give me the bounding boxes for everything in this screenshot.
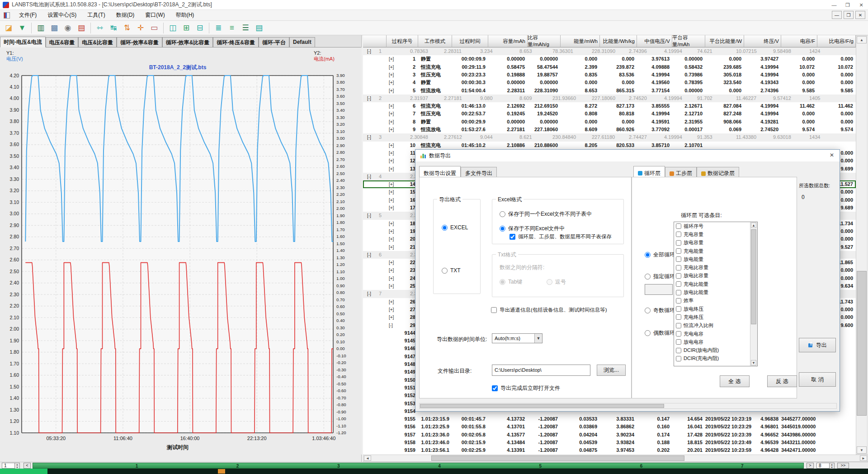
zoom-x-icon[interactable]: ⇿ xyxy=(94,22,106,34)
list-item-checkbox[interactable]: 充电比容量 xyxy=(674,263,757,271)
menu-item-3[interactable]: 工具(T) xyxy=(82,10,110,19)
collapse-icon[interactable]: [-] xyxy=(367,251,371,259)
mdi-restore-icon[interactable]: ❐ xyxy=(844,11,854,19)
table-group-row[interactable]: [-]32.308482.276129.0448.621230.84840227… xyxy=(363,133,856,141)
odd-cycles-radio[interactable]: 奇数循环 xyxy=(645,307,675,314)
list-item-checkbox[interactable]: 充电容量 xyxy=(674,230,757,238)
invert-selection-button[interactable]: 反 选 xyxy=(767,375,797,387)
table-row[interactable]: 91581.01:23:46.000:02:15.94.13484-1.2008… xyxy=(363,439,856,446)
prev-page-button[interactable]: < xyxy=(24,463,31,469)
list-scrollbar[interactable]: ▲ ▼ xyxy=(750,222,757,366)
list-item-checkbox[interactable]: 循环序号 xyxy=(674,222,757,230)
next-page-button[interactable]: > xyxy=(807,463,814,469)
table-row[interactable]: [+]3恒压充电00:23:23.30.1988819.887570.83583… xyxy=(363,71,856,79)
column-header-7[interactable]: 比能量/Wh/kg xyxy=(600,35,637,47)
table-row[interactable]: [+]1静置00:00:09.90.000000.000000.0000.000… xyxy=(363,55,856,63)
list-scroll-down-icon[interactable]: ▼ xyxy=(751,360,756,365)
menu-item-4[interactable]: 数据(D) xyxy=(111,10,140,19)
table-group-row[interactable]: [-]22.319372.271819.0808.609231.93660227… xyxy=(363,95,856,102)
collapse-icon[interactable]: [-] xyxy=(367,290,371,298)
chart-tab-4[interactable]: 循环-效率&容量 xyxy=(117,37,162,47)
excel-export-icon[interactable]: ▥ xyxy=(34,22,47,34)
select-box-icon[interactable]: ▭ xyxy=(148,22,160,34)
list-item-checkbox[interactable]: 放电能量 xyxy=(674,255,757,263)
minimize-button[interactable]: — xyxy=(827,0,841,10)
table-row[interactable]: [+]10恒流充电01:45:10.22.10886210.886008.205… xyxy=(363,142,856,149)
layer-tab-1[interactable]: 循环层 xyxy=(633,166,665,178)
table-group-row[interactable]: [-]10.783632.283113.2348.65378.36301228.… xyxy=(363,47,856,55)
open-file-icon[interactable]: ◪ xyxy=(2,22,15,34)
list-item-checkbox[interactable]: 恒流冲入比例 xyxy=(674,322,757,330)
channel-list-icon[interactable]: ≣ xyxy=(212,22,225,34)
chart-tab-6[interactable]: 循环-终压&容量 xyxy=(213,37,259,47)
table-row[interactable]: [+]5恒流放电01:54:00.42.28311228.310908.6538… xyxy=(363,87,856,95)
list-item-checkbox[interactable]: 放电容量 xyxy=(674,239,757,247)
chevron-down-icon[interactable]: ▼ xyxy=(534,334,542,343)
same-file-radio[interactable]: 保存于同一个Excel文件不同子表中 xyxy=(500,210,592,218)
list-item-checkbox[interactable]: 效率 xyxy=(674,297,757,305)
collapse-icon[interactable]: [-] xyxy=(367,133,371,141)
menu-item-5[interactable]: 窗口(W) xyxy=(140,10,170,19)
chart-edit-icon[interactable]: ◉ xyxy=(61,22,74,34)
cancel-button[interactable]: 取 消 xyxy=(799,372,836,387)
table-row[interactable]: 91591.01:23:56.100:02:25.94.13391-1.2008… xyxy=(363,446,856,454)
open-after-checkbox[interactable]: 导出完成后立即打开文件 xyxy=(492,384,560,392)
column-header-9[interactable]: 平台容量/mAh xyxy=(672,35,705,47)
column-header-6[interactable]: 能量/mWh xyxy=(561,35,600,47)
table-row[interactable]: 91561.01:23:25.900:01:55.84.13701-1.2008… xyxy=(363,423,856,431)
table-row[interactable]: 91571.01:23:36.000:02:05.84.13577-1.2008… xyxy=(363,431,856,439)
channel-table-icon[interactable]: ▤ xyxy=(253,22,265,34)
scroll-right-icon[interactable]: ► xyxy=(860,455,867,461)
diff-file-radio[interactable]: 保存于不同Excel文件中 xyxy=(500,225,565,232)
table-vscrollbar[interactable]: ▲ ▼ xyxy=(856,35,868,455)
list-item-checkbox[interactable]: DCIR(充电内阻) xyxy=(674,355,757,363)
report-icon[interactable]: ▤ xyxy=(75,22,88,34)
menu-item-2[interactable]: 设置中心(S) xyxy=(42,10,82,19)
layer-tab-2[interactable]: 工步层 xyxy=(665,167,697,178)
column-header-10[interactable]: 平台比能量/W xyxy=(705,35,744,47)
table-row[interactable]: [+]7恒压充电00:22:53.70.1924519.245200.80880… xyxy=(363,110,856,118)
scroll-up-icon[interactable]: ▲ xyxy=(857,36,867,43)
menu-item-1[interactable]: 文件(F) xyxy=(14,10,42,19)
list-item-checkbox[interactable]: 放电比能量 xyxy=(674,288,757,296)
chart-tab-1[interactable]: 时间-电压&电流 xyxy=(0,37,46,47)
scroll-down-icon[interactable]: ▼ xyxy=(857,446,867,454)
list-scroll-thumb[interactable] xyxy=(751,229,756,324)
column-header-8[interactable]: 中值电压/V xyxy=(637,35,672,47)
column-header-5[interactable]: 比容量/mAh/g xyxy=(528,35,561,47)
dialog-hscroll-thumb[interactable] xyxy=(420,404,664,408)
collapse-icon[interactable]: [-] xyxy=(367,95,371,102)
chart-tab-5[interactable]: 循环-效率&比容量 xyxy=(162,37,213,47)
export-button[interactable]: 导出 xyxy=(799,338,836,352)
channel-grid-icon[interactable]: ≡ xyxy=(226,22,238,34)
browse-button[interactable]: 浏览... xyxy=(597,365,626,376)
arrange-v-icon[interactable]: ⇅ xyxy=(121,22,133,34)
channel-info-checkbox[interactable]: 导出通道信息(包括设备信息、测试时间信息等) xyxy=(491,307,607,313)
channel-detail-icon[interactable]: ☰ xyxy=(239,22,252,34)
list-item-checkbox[interactable]: 放电终压 xyxy=(674,305,757,313)
range-start-input[interactable] xyxy=(645,284,673,295)
layer-tab-3[interactable]: 数据记录层 xyxy=(697,167,739,178)
list-item-checkbox[interactable]: 充电终压 xyxy=(674,313,757,321)
dialog-tab-2[interactable]: 多文件导出 xyxy=(461,167,497,178)
column-header-3[interactable]: 过程时间 xyxy=(452,35,488,47)
zoom-fit-icon[interactable]: ↹ xyxy=(107,22,120,34)
dialog-close-icon[interactable]: ✕ xyxy=(828,152,836,159)
list-item-checkbox[interactable]: DCIR(放电内阻) xyxy=(674,346,757,354)
mdi-minimize-icon[interactable]: — xyxy=(832,11,842,19)
tile-left-icon[interactable]: ⊞ xyxy=(180,22,193,34)
expand-icon[interactable]: ✛ xyxy=(134,22,147,34)
column-header-expand[interactable] xyxy=(363,35,387,47)
time-unit-select[interactable]: Auto(h:m:s) ▼ xyxy=(492,333,542,343)
page-spinner-right[interactable]: 8▲▼ xyxy=(816,463,835,469)
calculator-icon[interactable]: ▩ xyxy=(48,22,61,34)
mdi-close-icon[interactable]: ✕ xyxy=(855,11,865,19)
table-row[interactable]: [+]8静置00:00:29.90.000000.000000.0000.000… xyxy=(363,118,856,126)
table-row[interactable]: [+]2恒流充电00:29:11.90.5847558.475442.39923… xyxy=(363,63,856,71)
column-header-11[interactable]: 终压/V xyxy=(744,35,781,47)
page-progress-bar[interactable]: 1234567 xyxy=(33,463,804,469)
chart-tab-8[interactable]: Default xyxy=(289,37,315,47)
dialog-title-bar[interactable]: 数据导出 ✕ xyxy=(415,150,840,161)
list-item-checkbox[interactable]: 放电电容 xyxy=(674,338,757,346)
table-row[interactable]: [+]4静置00:00:30.30.000000.000000.0000.000… xyxy=(363,79,856,86)
